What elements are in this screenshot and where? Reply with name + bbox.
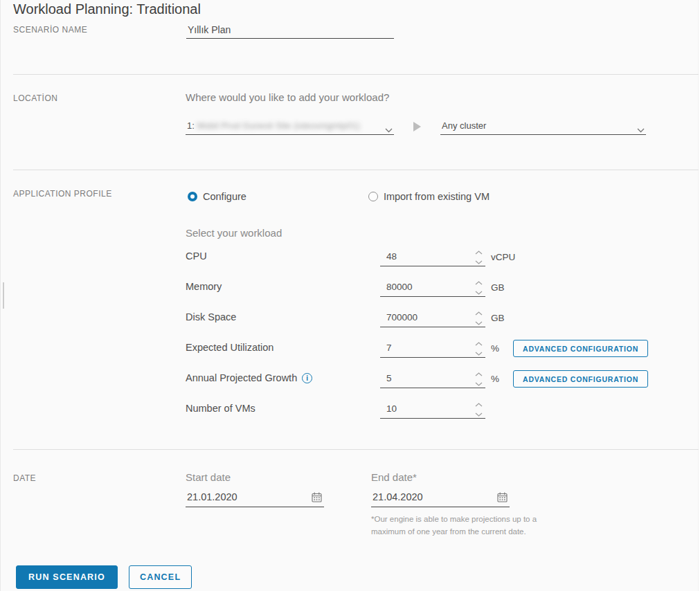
- expected-utilization-value: 7: [380, 340, 485, 356]
- cancel-button[interactable]: CANCEL: [129, 565, 192, 589]
- field-row-growth: Annual Projected Growth i 5 % ADVANCED C…: [186, 370, 699, 391]
- cpu-unit: vCPU: [491, 248, 515, 262]
- panel-resize-handle[interactable]: [3, 282, 4, 309]
- field-row-cpu: CPU 48 vCPU: [186, 248, 699, 269]
- start-date-value: 21.01.2020: [186, 489, 324, 505]
- expected-utilization-label: Expected Utilization: [186, 340, 380, 353]
- memory-label: Memory: [186, 279, 380, 292]
- advanced-configuration-button[interactable]: ADVANCED CONFIGURATION: [513, 340, 648, 357]
- scenario-name-section-label: SCENARİO NAME: [13, 25, 87, 35]
- field-row-vm-count: Number of VMs 10: [186, 401, 699, 421]
- scenario-name-value: Yıllık Plan: [186, 23, 394, 38]
- cluster-select-value: Any cluster: [440, 117, 646, 134]
- application-profile-section-label: APPLICATION PROFILE: [13, 189, 112, 199]
- field-row-memory: Memory 80000 GB: [186, 279, 699, 300]
- memory-unit: GB: [491, 279, 505, 293]
- redacted-datacenter-text: Mobil Prod Gunesli Site (istesxmgmtp01): [197, 120, 360, 131]
- cpu-input[interactable]: 48: [380, 248, 485, 266]
- cpu-label: CPU: [186, 248, 380, 262]
- annual-growth-label: Annual Projected Growth i: [186, 370, 380, 383]
- end-date-footnote: *Our engine is able to make projections …: [371, 513, 539, 538]
- start-date-group: Start date 21.01.2020: [186, 471, 324, 507]
- chevron-down-icon: [385, 123, 393, 136]
- annual-growth-value: 5: [380, 370, 485, 386]
- number-of-vms-value: 10: [380, 401, 485, 417]
- datacenter-select[interactable]: 1: Mobil Prod Gunesli Site (istesxmgmtp0…: [186, 117, 394, 135]
- calendar-icon[interactable]: [312, 492, 322, 505]
- field-row-utilization: Expected Utilization 7 % ADVANCED CONFIG…: [186, 340, 699, 361]
- radio-import-from-vm[interactable]: Import from existing VM: [368, 191, 490, 202]
- location-section-label: LOCATİON: [13, 93, 57, 103]
- number-of-vms-label: Number of VMs: [186, 401, 380, 414]
- field-row-disk: Disk Space 700000 GB: [186, 309, 699, 330]
- memory-value: 80000: [380, 279, 485, 295]
- start-date-label: Start date: [186, 471, 324, 483]
- stepper-icon[interactable]: [475, 311, 483, 325]
- cluster-select[interactable]: Any cluster: [440, 117, 646, 135]
- hierarchy-arrow-icon: [413, 122, 421, 131]
- radio-selected-icon: [188, 192, 197, 201]
- annual-growth-input[interactable]: 5: [380, 370, 485, 388]
- annual-growth-unit: %: [491, 370, 499, 384]
- action-bar: RUN SCENARIO CANCEL: [16, 565, 192, 589]
- stepper-icon[interactable]: [475, 372, 483, 386]
- disk-space-label: Disk Space: [186, 309, 380, 322]
- profile-mode-radio-group: Configure Import from existing VM: [188, 191, 490, 202]
- section-divider: [13, 449, 699, 450]
- run-scenario-button[interactable]: RUN SCENARIO: [16, 565, 118, 589]
- cpu-value: 48: [380, 248, 485, 264]
- chevron-down-icon: [637, 123, 645, 136]
- disk-space-value: 700000: [380, 309, 485, 325]
- number-of-vms-input[interactable]: 10: [380, 401, 485, 419]
- section-divider: [13, 170, 699, 170]
- disk-space-unit: GB: [491, 309, 505, 323]
- workload-planning-page: Workload Planning: Traditional SCENARİO …: [0, 0, 700, 591]
- radio-configure-label: Configure: [203, 191, 246, 202]
- stepper-icon[interactable]: [475, 281, 483, 295]
- info-icon[interactable]: i: [302, 373, 312, 383]
- radio-configure[interactable]: Configure: [188, 191, 246, 202]
- disk-space-input[interactable]: 700000: [380, 309, 485, 327]
- advanced-configuration-button[interactable]: ADVANCED CONFIGURATION: [513, 370, 648, 388]
- section-divider: [13, 74, 699, 75]
- stepper-icon[interactable]: [475, 342, 483, 356]
- calendar-icon[interactable]: [497, 492, 508, 505]
- select-workload-heading: Select your workload: [186, 227, 282, 239]
- expected-utilization-unit: %: [491, 340, 499, 354]
- date-section-label: DATE: [13, 473, 36, 483]
- end-date-input[interactable]: 21.04.2020: [371, 489, 510, 507]
- page-title: Workload Planning: Traditional: [13, 1, 201, 17]
- expected-utilization-input[interactable]: 7: [380, 340, 485, 358]
- end-date-label: End date*: [371, 471, 510, 483]
- radio-import-label: Import from existing VM: [384, 191, 490, 202]
- end-date-group: End date* 21.04.2020 *Our engine is able…: [371, 471, 510, 538]
- stepper-icon[interactable]: [475, 251, 483, 264]
- datacenter-select-value: 1: Mobil Prod Gunesli Site (istesxmgmtp0…: [186, 117, 394, 134]
- radio-unselected-icon: [368, 192, 378, 201]
- memory-input[interactable]: 80000: [380, 279, 485, 297]
- end-date-value: 21.04.2020: [371, 489, 510, 505]
- stepper-icon[interactable]: [475, 403, 483, 417]
- scenario-name-input[interactable]: Yıllık Plan: [186, 23, 394, 39]
- location-question: Where would you like to add your workloa…: [186, 91, 389, 103]
- start-date-input[interactable]: 21.01.2020: [186, 489, 324, 507]
